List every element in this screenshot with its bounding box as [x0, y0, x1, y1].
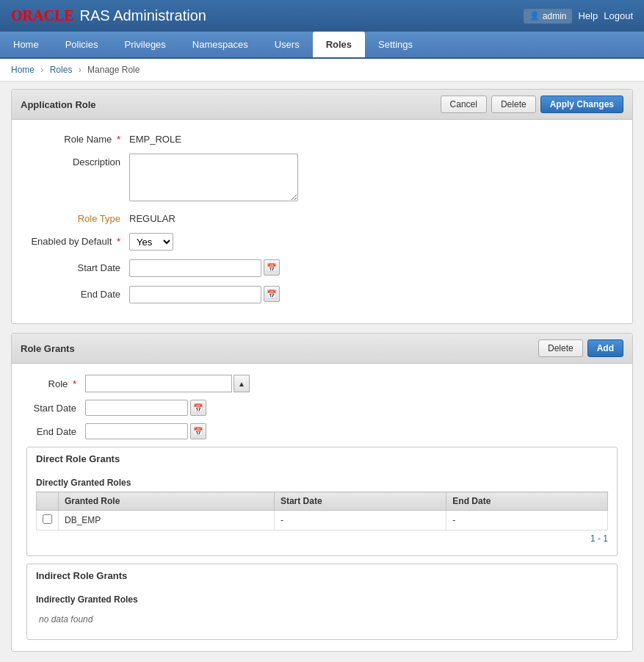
enabled-by-default-select[interactable]: Yes No	[129, 233, 173, 251]
start-date-calendar-icon[interactable]: 📅	[264, 259, 280, 276]
table-cell-start-date: -	[274, 511, 446, 530]
role-name-label: Role Name *	[26, 131, 129, 145]
role-start-date-row: Start Date 📅	[26, 400, 618, 416]
nav-policies[interactable]: Policies	[52, 32, 112, 57]
direct-role-grants-body: Directly Granted Roles Granted Role Star…	[27, 470, 617, 555]
user-icon: 👤	[529, 11, 540, 21]
table-row: DB_EMP - -	[37, 511, 608, 530]
table-header-end-date: End Date	[446, 492, 608, 511]
delete-button[interactable]: Delete	[491, 96, 536, 113]
help-link[interactable]: Help	[578, 10, 598, 21]
role-type-value: REGULAR	[129, 210, 176, 224]
table-cell-checkbox[interactable]	[37, 511, 59, 530]
nav-privileges[interactable]: Privileges	[111, 32, 178, 57]
user-label: admin	[543, 11, 567, 21]
table-cell-granted-role: DB_EMP	[59, 511, 275, 530]
indirect-role-grants-title: Indirect Role Grants	[27, 564, 617, 587]
nav-settings[interactable]: Settings	[365, 32, 426, 57]
oracle-logo: ORACLE	[11, 7, 74, 24]
logout-link[interactable]: Logout	[604, 10, 633, 21]
role-name-value: EMP_ROLE	[129, 131, 181, 145]
role-start-date-input[interactable]	[85, 400, 188, 416]
end-date-calendar-icon[interactable]: 📅	[264, 286, 280, 302]
nav-users[interactable]: Users	[261, 32, 313, 57]
application-role-section: Application Role Cancel Delete Apply Cha…	[11, 89, 633, 324]
table-header-checkbox	[37, 492, 59, 511]
role-type-label: Role Type	[26, 210, 129, 224]
description-input[interactable]	[129, 154, 298, 201]
nav-bar: Home Policies Privileges Namespaces User…	[0, 32, 644, 59]
directly-granted-roles-title: Directly Granted Roles	[36, 474, 608, 492]
breadcrumb-home[interactable]: Home	[11, 65, 35, 75]
header: ORACLE RAS Administration 👤 admin Help L…	[0, 0, 644, 32]
application-role-actions: Cancel Delete Apply Changes	[441, 96, 623, 113]
role-input-row: Role * ▲	[26, 375, 618, 392]
role-expand-icon[interactable]: ▲	[234, 375, 250, 392]
user-badge: 👤 admin	[524, 9, 573, 24]
role-start-date-label: Start Date	[26, 403, 85, 414]
role-end-date-label: End Date	[26, 426, 85, 437]
apply-changes-button[interactable]: Apply Changes	[540, 96, 623, 113]
nav-home[interactable]: Home	[0, 32, 52, 57]
role-end-date-calendar-icon[interactable]: 📅	[190, 423, 206, 439]
row-checkbox[interactable]	[43, 514, 52, 524]
role-name-required: *	[117, 134, 120, 145]
table-cell-end-date: -	[446, 511, 608, 530]
header-actions: 👤 admin Help Logout	[524, 9, 633, 24]
logo-area: ORACLE RAS Administration	[11, 7, 206, 24]
cancel-button[interactable]: Cancel	[441, 96, 487, 113]
enabled-by-default-row: Enabled by Default * Yes No	[26, 233, 618, 251]
main-content: Application Role Cancel Delete Apply Cha…	[0, 82, 644, 662]
start-date-row: Start Date 📅	[26, 259, 618, 277]
breadcrumb: Home › Roles › Manage Role	[0, 59, 644, 82]
enabled-required: *	[117, 236, 120, 247]
application-role-header: Application Role Cancel Delete Apply Cha…	[12, 90, 632, 120]
breadcrumb-roles[interactable]: Roles	[50, 65, 73, 75]
nav-roles[interactable]: Roles	[313, 32, 365, 57]
role-grants-actions: Delete Add	[538, 339, 623, 357]
app-title: RAS Administration	[80, 7, 206, 24]
role-start-date-calendar-icon[interactable]: 📅	[190, 400, 206, 416]
end-date-input[interactable]	[129, 286, 261, 303]
role-grants-body: Role * ▲ Start Date 📅 End Date 📅 Direc	[12, 364, 632, 651]
role-end-date-input[interactable]	[85, 423, 188, 439]
nav-namespaces[interactable]: Namespaces	[179, 32, 261, 57]
description-label: Description	[26, 154, 129, 168]
indirect-role-grants-subsection: Indirect Role Grants Indirectly Granted …	[26, 564, 618, 640]
direct-grants-pagination: 1 - 1	[36, 530, 608, 547]
role-grants-delete-button[interactable]: Delete	[538, 339, 583, 357]
role-grants-section: Role Grants Delete Add Role * ▲ Start Da…	[11, 333, 633, 652]
role-end-date-row: End Date 📅	[26, 423, 618, 439]
role-type-row: Role Type REGULAR	[26, 210, 618, 224]
end-date-label: End Date	[26, 286, 129, 300]
role-grants-title: Role Grants	[21, 343, 75, 354]
enabled-by-default-label: Enabled by Default *	[26, 233, 129, 247]
role-name-row: Role Name * EMP_ROLE	[26, 131, 618, 145]
direct-grants-table: Granted Role Start Date End Date DB_EMP …	[36, 492, 608, 530]
indirect-role-grants-body: Indirectly Granted Roles no data found	[27, 587, 617, 639]
role-grants-header: Role Grants Delete Add	[12, 334, 632, 364]
application-role-body: Role Name * EMP_ROLE Description Role Ty…	[12, 120, 632, 323]
table-header-start-date: Start Date	[274, 492, 446, 511]
description-row: Description	[26, 154, 618, 201]
start-date-input[interactable]	[129, 259, 261, 277]
direct-role-grants-title: Direct Role Grants	[27, 447, 617, 470]
indirectly-granted-roles-title: Indirectly Granted Roles	[36, 591, 608, 608]
role-grants-add-button[interactable]: Add	[587, 339, 623, 357]
table-header-granted-role: Granted Role	[59, 492, 275, 511]
application-role-title: Application Role	[21, 99, 96, 110]
direct-role-grants-subsection: Direct Role Grants Directly Granted Role…	[26, 447, 618, 556]
role-input-label: Role *	[26, 378, 85, 389]
breadcrumb-current: Manage Role	[87, 65, 140, 75]
end-date-row: End Date 📅	[26, 286, 618, 303]
start-date-label: Start Date	[26, 259, 129, 273]
indirect-grants-no-data: no data found	[36, 608, 608, 630]
role-input[interactable]	[85, 375, 232, 392]
